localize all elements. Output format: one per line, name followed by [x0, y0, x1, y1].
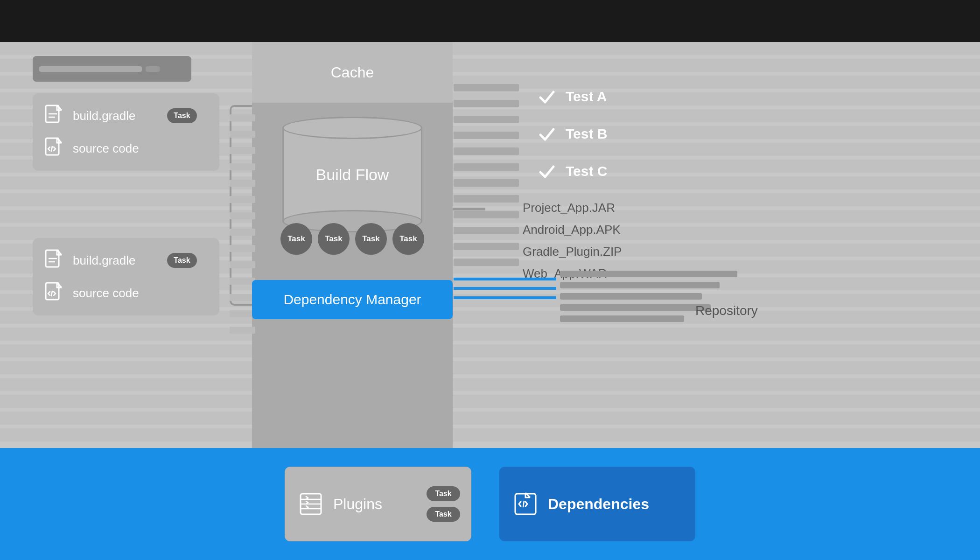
output-lines — [454, 84, 519, 266]
left-top-bar-wrapper — [33, 56, 191, 91]
repository-label: Repository — [695, 303, 758, 318]
source-code-label-2: source code — [73, 286, 139, 301]
task-bubble-1: Task — [280, 223, 312, 255]
test-results: Test A Test B Test C — [537, 86, 607, 182]
cylinder-top — [282, 117, 422, 139]
cylinder-body: Build Flow — [282, 128, 422, 221]
blue-line-bot — [454, 296, 556, 299]
checkmark-b — [537, 124, 557, 144]
checkmark-a — [537, 86, 557, 107]
output-files: Project_App.JAR Android_App.APK Gradle_P… — [523, 201, 622, 281]
main-area: build.gradle Task source code — [0, 42, 980, 448]
test-a: Test A — [537, 86, 607, 107]
task-badge-2: Task — [167, 253, 197, 268]
project-card-2: build.gradle Task source code — [33, 238, 219, 329]
project-name-bar — [39, 66, 142, 72]
output-jar: Project_App.JAR — [523, 201, 622, 215]
task-bubbles: Task Task Task Task — [280, 223, 424, 255]
file-text-icon-2 — [44, 248, 64, 273]
dependencies-label: Dependencies — [548, 496, 649, 513]
plugins-card: Plugins Task Task — [285, 467, 471, 541]
source-code-label-1: source code — [73, 141, 139, 156]
blue-line-top — [454, 278, 556, 280]
left-horizontal-lines — [230, 114, 255, 334]
bottom-section: Plugins Task Task Dependencies — [0, 448, 980, 560]
task-bubble-4: Task — [392, 223, 424, 255]
svg-line-15 — [523, 501, 524, 507]
output-apk: Android_App.APK — [523, 223, 622, 237]
center-panel: Cache Build Flow Task Task Task Task — [252, 42, 453, 448]
dependency-manager-label: Dependency Manager — [283, 292, 421, 308]
build-flow-container: Build Flow Task Task Task Task — [252, 103, 453, 255]
file-text-icon-1 — [44, 104, 64, 128]
checkmark-c — [537, 161, 557, 182]
build-gradle-label-2: build.gradle — [73, 253, 135, 268]
test-a-label: Test A — [566, 89, 607, 105]
plugin-task-1: Task — [427, 486, 460, 501]
task-badge-1: Task — [167, 108, 197, 123]
top-bar — [0, 0, 980, 42]
svg-line-9 — [51, 291, 52, 296]
project-selector[interactable] — [33, 56, 191, 82]
dependency-manager[interactable]: Dependency Manager — [252, 280, 453, 319]
code-icon-2 — [44, 281, 64, 305]
task-bubble-2: Task — [318, 223, 350, 255]
project-indicator — [146, 66, 160, 72]
test-b: Test B — [537, 124, 607, 144]
dependencies-card: Dependencies — [499, 467, 695, 541]
blue-line-mid — [454, 287, 556, 290]
plugins-icon — [298, 491, 324, 517]
svg-line-4 — [51, 146, 52, 152]
plugins-tasks: Task Task — [427, 486, 460, 522]
plugins-label: Plugins — [333, 496, 382, 513]
cache-label: Cache — [331, 64, 374, 81]
build-flow-label: Build Flow — [316, 166, 389, 184]
dep-icon — [512, 491, 539, 517]
task-bubble-3: Task — [355, 223, 387, 255]
test-b-label: Test B — [566, 126, 607, 142]
test-c-label: Test C — [566, 163, 607, 179]
output-zip: Gradle_Plugin.ZIP — [523, 245, 622, 259]
code-icon-1 — [44, 136, 64, 161]
test-c: Test C — [537, 161, 607, 182]
project-card-1: build.gradle Task source code — [33, 93, 219, 185]
cache-box: Cache — [252, 42, 453, 103]
build-gradle-label-1: build.gradle — [73, 109, 135, 123]
plugin-task-2: Task — [427, 507, 460, 522]
